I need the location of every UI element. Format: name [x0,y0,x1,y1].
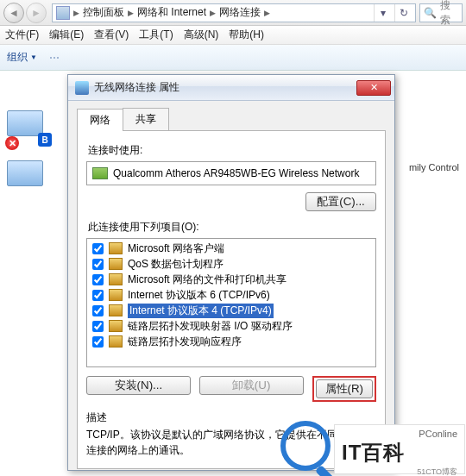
list-item[interactable]: 链路层拓扑发现响应程序 [87,334,375,349]
properties-button[interactable]: 属性(R) [316,379,374,398]
component-icon [109,320,123,332]
component-icon [109,273,123,285]
menu-view[interactable]: 查看(V) [94,28,129,42]
component-icon [109,242,123,254]
items-label: 此连接使用下列项目(O): [88,220,376,235]
description-box: 描述 TCP/IP。该协议是默认的广域网络协议，它提供在不同的相互连接的网络上的… [86,410,376,458]
search-input[interactable]: 🔍 搜索 [419,3,463,22]
install-button[interactable]: 安装(N)... [86,376,191,395]
address-bar: ◄ ► ▶ 控制面板 ▶ 网络和 Internet ▶ 网络连接 ▶ ▾ ↻ 🔍… [0,0,466,26]
bluetooth-icon: B [38,133,52,147]
list-item[interactable]: Microsoft 网络的文件和打印机共享 [87,272,375,287]
list-item[interactable]: Microsoft 网络客户端 [87,241,375,256]
tab-strip: 网络 共享 [77,108,386,131]
tab-panel: 连接时使用: Qualcomm Atheros AR9485WB-EG Wire… [77,131,386,469]
close-button[interactable]: ✕ [356,80,391,96]
location-icon [56,6,70,20]
truncated-label: mily Control [409,162,459,172]
search-placeholder: 搜索 [440,0,458,28]
dropdown-icon[interactable]: ▾ [374,4,391,22]
chevron-right-icon[interactable]: ▶ [264,9,270,17]
menu-file[interactable]: 文件(F) [5,28,39,42]
list-item[interactable]: Internet 协议版本 4 (TCP/IPv4) [87,303,375,318]
list-item[interactable]: 链路层拓扑发现映射器 I/O 驱动程序 [87,318,375,334]
uninstall-button: 卸载(U) [199,376,304,395]
properties-dialog: 无线网络连接 属性 ✕ 网络 共享 连接时使用: Qualcomm Athero… [67,74,395,471]
menu-bar: 文件(F) 编辑(E) 查看(V) 工具(T) 高级(N) 帮助(H) [0,26,466,45]
crumb-item[interactable]: 网络连接 [219,5,261,20]
item-checkbox[interactable] [92,305,104,316]
menu-tools[interactable]: 工具(T) [139,28,173,42]
network-icons-panel: B ✕ [7,110,59,210]
tab-network[interactable]: 网络 [77,109,123,131]
item-checkbox[interactable] [92,336,104,348]
crumb-item[interactable]: 网络和 Internet [137,5,206,20]
error-badge-icon: ✕ [5,136,19,150]
toolbar: 组织▼ ⋯ [0,45,466,71]
menu-edit[interactable]: 编辑(E) [49,28,84,42]
configure-button[interactable]: 配置(C)... [305,192,376,211]
breadcrumb[interactable]: ▶ 控制面板 ▶ 网络和 Internet ▶ 网络连接 ▶ ▾ ↻ [52,3,416,22]
component-icon [109,289,123,301]
crumb-item[interactable]: 控制面板 [83,5,124,20]
refresh-icon[interactable]: ↻ [394,4,412,22]
menu-advanced[interactable]: 高级(N) [184,28,219,42]
component-icon [109,258,123,270]
adapter-icon [92,167,108,179]
toolbar-item[interactable]: ⋯ [49,52,60,64]
network-adapter-icon[interactable] [7,160,50,202]
component-icon [109,335,123,348]
title-bar[interactable]: 无线网络连接 属性 ✕ [68,75,394,101]
menu-help[interactable]: 帮助(H) [229,28,264,42]
forward-button[interactable]: ► [26,3,47,23]
description-label: 描述 [86,410,376,425]
chevron-right-icon[interactable]: ▶ [73,9,79,17]
component-icon [109,304,123,316]
item-checkbox[interactable] [92,274,104,285]
dialog-title: 无线网络连接 属性 [94,80,356,95]
nav-buttons: ◄ ► [3,3,47,23]
list-item[interactable]: Internet 协议版本 6 (TCP/IPv6) [87,287,375,303]
components-list[interactable]: Microsoft 网络客户端 QoS 数据包计划程序 Microsoft 网络… [86,238,376,367]
list-item[interactable]: QoS 数据包计划程序 [87,256,375,272]
chevron-right-icon[interactable]: ▶ [128,9,134,17]
connect-using-label: 连接时使用: [88,143,376,158]
adapter-field: Qualcomm Atheros AR9485WB-EG Wireless Ne… [86,161,376,185]
back-button[interactable]: ◄ [3,3,24,23]
item-checkbox[interactable] [92,243,104,254]
network-adapter-icon[interactable]: B ✕ [7,110,50,152]
chevron-right-icon[interactable]: ▶ [210,9,216,17]
adapter-name: Qualcomm Atheros AR9485WB-EG Wireless Ne… [113,167,359,179]
highlight-frame: 属性(R) [312,376,377,402]
description-text: TCP/IP。该协议是默认的广域网络协议，它提供在不同的相互连接的网络上的通讯。 [86,427,376,458]
search-icon: 🔍 [424,7,437,19]
chevron-down-icon: ▼ [30,53,37,61]
organize-button[interactable]: 组织▼ [7,50,37,65]
tab-sharing[interactable]: 共享 [123,108,169,130]
item-checkbox[interactable] [92,259,104,270]
item-checkbox[interactable] [92,321,104,332]
item-checkbox[interactable] [92,290,104,301]
wireless-icon [75,81,89,95]
